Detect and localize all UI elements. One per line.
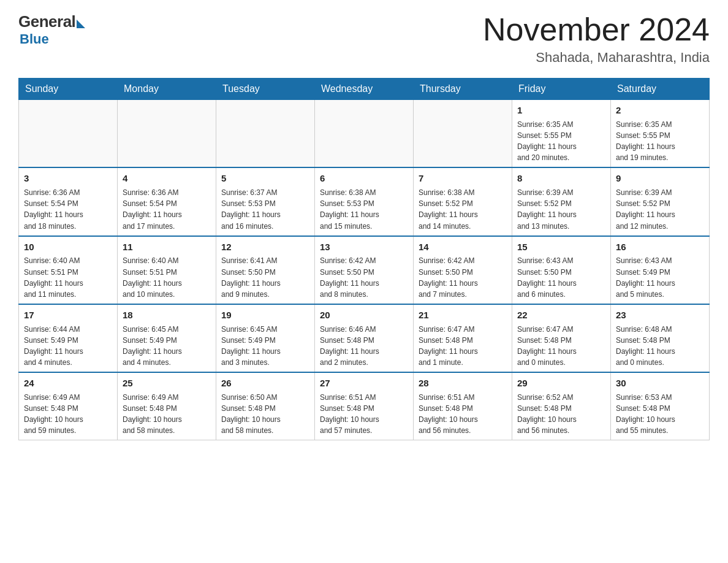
- day-number: 15: [517, 240, 605, 254]
- calendar-cell: 14Sunrise: 6:42 AMSunset: 5:50 PMDayligh…: [414, 236, 512, 304]
- calendar-cell: 10Sunrise: 6:40 AMSunset: 5:51 PMDayligh…: [19, 236, 118, 304]
- day-info: Sunrise: 6:52 AMSunset: 5:48 PMDaylight:…: [517, 393, 577, 435]
- day-number: 27: [320, 377, 408, 390]
- calendar-cell: 11Sunrise: 6:40 AMSunset: 5:51 PMDayligh…: [118, 236, 216, 304]
- day-number: 11: [123, 240, 211, 254]
- location-subtitle: Shahada, Maharashtra, India: [483, 50, 710, 66]
- day-number: 7: [419, 172, 507, 185]
- calendar-table: SundayMondayTuesdayWednesdayThursdayFrid…: [18, 78, 710, 440]
- day-info: Sunrise: 6:36 AMSunset: 5:54 PMDaylight:…: [123, 188, 182, 230]
- day-info: Sunrise: 6:42 AMSunset: 5:50 PMDaylight:…: [320, 256, 379, 298]
- calendar-cell: [19, 100, 118, 168]
- logo-arrow-icon: [77, 20, 85, 28]
- calendar-cell: [216, 100, 315, 168]
- calendar-header-wednesday: Wednesday: [315, 79, 414, 100]
- day-info: Sunrise: 6:38 AMSunset: 5:53 PMDaylight:…: [320, 188, 379, 230]
- calendar-cell: 28Sunrise: 6:51 AMSunset: 5:48 PMDayligh…: [414, 372, 512, 440]
- calendar-cell: 22Sunrise: 6:47 AMSunset: 5:48 PMDayligh…: [512, 304, 611, 372]
- calendar-cell: 3Sunrise: 6:36 AMSunset: 5:54 PMDaylight…: [19, 167, 118, 236]
- day-number: 16: [616, 240, 704, 254]
- day-number: 28: [419, 377, 507, 390]
- day-number: 8: [517, 172, 605, 185]
- calendar-cell: [414, 100, 512, 168]
- day-number: 18: [123, 308, 211, 322]
- calendar-cell: 9Sunrise: 6:39 AMSunset: 5:52 PMDaylight…: [611, 167, 710, 236]
- calendar-cell: 8Sunrise: 6:39 AMSunset: 5:52 PMDaylight…: [512, 167, 611, 236]
- day-number: 26: [221, 377, 309, 390]
- day-number: 17: [24, 308, 112, 322]
- calendar-cell: 23Sunrise: 6:48 AMSunset: 5:48 PMDayligh…: [611, 304, 710, 372]
- day-number: 2: [616, 104, 704, 117]
- day-info: Sunrise: 6:42 AMSunset: 5:50 PMDaylight:…: [419, 256, 478, 298]
- calendar-cell: 21Sunrise: 6:47 AMSunset: 5:48 PMDayligh…: [414, 304, 512, 372]
- day-number: 23: [616, 308, 704, 322]
- day-info: Sunrise: 6:40 AMSunset: 5:51 PMDaylight:…: [24, 256, 83, 298]
- calendar-cell: 24Sunrise: 6:49 AMSunset: 5:48 PMDayligh…: [19, 372, 118, 440]
- calendar-cell: 20Sunrise: 6:46 AMSunset: 5:48 PMDayligh…: [315, 304, 414, 372]
- calendar-cell: 16Sunrise: 6:43 AMSunset: 5:49 PMDayligh…: [611, 236, 710, 304]
- day-info: Sunrise: 6:38 AMSunset: 5:52 PMDaylight:…: [419, 188, 478, 230]
- calendar-header-friday: Friday: [512, 79, 611, 100]
- day-number: 9: [616, 172, 704, 185]
- day-info: Sunrise: 6:43 AMSunset: 5:49 PMDaylight:…: [616, 256, 675, 298]
- day-number: 22: [517, 308, 605, 322]
- page-header: General Blue November 2024 Shahada, Maha…: [18, 12, 710, 66]
- day-info: Sunrise: 6:51 AMSunset: 5:48 PMDaylight:…: [419, 393, 478, 435]
- calendar-cell: 25Sunrise: 6:49 AMSunset: 5:48 PMDayligh…: [118, 372, 216, 440]
- calendar-cell: 30Sunrise: 6:53 AMSunset: 5:48 PMDayligh…: [611, 372, 710, 440]
- calendar-cell: 1Sunrise: 6:35 AMSunset: 5:55 PMDaylight…: [512, 100, 611, 168]
- calendar-cell: 26Sunrise: 6:50 AMSunset: 5:48 PMDayligh…: [216, 372, 315, 440]
- day-info: Sunrise: 6:49 AMSunset: 5:48 PMDaylight:…: [24, 393, 83, 435]
- day-info: Sunrise: 6:44 AMSunset: 5:49 PMDaylight:…: [24, 325, 83, 367]
- day-info: Sunrise: 6:47 AMSunset: 5:48 PMDaylight:…: [517, 325, 577, 367]
- logo: General Blue: [18, 12, 85, 47]
- day-info: Sunrise: 6:49 AMSunset: 5:48 PMDaylight:…: [123, 393, 182, 435]
- day-info: Sunrise: 6:35 AMSunset: 5:55 PMDaylight:…: [517, 120, 577, 162]
- day-info: Sunrise: 6:47 AMSunset: 5:48 PMDaylight:…: [419, 325, 478, 367]
- calendar-cell: 19Sunrise: 6:45 AMSunset: 5:49 PMDayligh…: [216, 304, 315, 372]
- day-number: 1: [517, 104, 605, 117]
- calendar-cell: 13Sunrise: 6:42 AMSunset: 5:50 PMDayligh…: [315, 236, 414, 304]
- day-info: Sunrise: 6:40 AMSunset: 5:51 PMDaylight:…: [123, 256, 182, 298]
- calendar-cell: 4Sunrise: 6:36 AMSunset: 5:54 PMDaylight…: [118, 167, 216, 236]
- logo-general-text: General: [18, 12, 75, 31]
- calendar-week-2: 3Sunrise: 6:36 AMSunset: 5:54 PMDaylight…: [19, 167, 710, 236]
- calendar-header-monday: Monday: [118, 79, 216, 100]
- calendar-title: November 2024: [483, 12, 710, 47]
- calendar-week-5: 24Sunrise: 6:49 AMSunset: 5:48 PMDayligh…: [19, 372, 710, 440]
- calendar-cell: 7Sunrise: 6:38 AMSunset: 5:52 PMDaylight…: [414, 167, 512, 236]
- day-info: Sunrise: 6:45 AMSunset: 5:49 PMDaylight:…: [123, 325, 182, 367]
- day-number: 30: [616, 377, 704, 390]
- day-info: Sunrise: 6:39 AMSunset: 5:52 PMDaylight:…: [616, 188, 675, 230]
- day-number: 21: [419, 308, 507, 322]
- day-number: 13: [320, 240, 408, 254]
- calendar-cell: 2Sunrise: 6:35 AMSunset: 5:55 PMDaylight…: [611, 100, 710, 168]
- calendar-header-tuesday: Tuesday: [216, 79, 315, 100]
- day-info: Sunrise: 6:35 AMSunset: 5:55 PMDaylight:…: [616, 120, 675, 162]
- calendar-cell: [118, 100, 216, 168]
- day-info: Sunrise: 6:39 AMSunset: 5:52 PMDaylight:…: [517, 188, 577, 230]
- day-number: 12: [221, 240, 309, 254]
- calendar-week-3: 10Sunrise: 6:40 AMSunset: 5:51 PMDayligh…: [19, 236, 710, 304]
- calendar-header-sunday: Sunday: [19, 79, 118, 100]
- calendar-cell: 6Sunrise: 6:38 AMSunset: 5:53 PMDaylight…: [315, 167, 414, 236]
- day-number: 6: [320, 172, 408, 185]
- day-number: 4: [123, 172, 211, 185]
- calendar-cell: 29Sunrise: 6:52 AMSunset: 5:48 PMDayligh…: [512, 372, 611, 440]
- day-info: Sunrise: 6:45 AMSunset: 5:49 PMDaylight:…: [221, 325, 281, 367]
- day-number: 10: [24, 240, 112, 254]
- day-number: 29: [517, 377, 605, 390]
- day-number: 5: [221, 172, 309, 185]
- day-info: Sunrise: 6:37 AMSunset: 5:53 PMDaylight:…: [221, 188, 281, 230]
- day-number: 14: [419, 240, 507, 254]
- day-number: 25: [123, 377, 211, 390]
- day-info: Sunrise: 6:48 AMSunset: 5:48 PMDaylight:…: [616, 325, 675, 367]
- calendar-header-thursday: Thursday: [414, 79, 512, 100]
- calendar-cell: 17Sunrise: 6:44 AMSunset: 5:49 PMDayligh…: [19, 304, 118, 372]
- calendar-cell: 12Sunrise: 6:41 AMSunset: 5:50 PMDayligh…: [216, 236, 315, 304]
- day-info: Sunrise: 6:51 AMSunset: 5:48 PMDaylight:…: [320, 393, 379, 435]
- logo-blue-text: Blue: [20, 31, 49, 47]
- calendar-cell: 5Sunrise: 6:37 AMSunset: 5:53 PMDaylight…: [216, 167, 315, 236]
- calendar-header-row: SundayMondayTuesdayWednesdayThursdayFrid…: [19, 79, 710, 100]
- calendar-week-4: 17Sunrise: 6:44 AMSunset: 5:49 PMDayligh…: [19, 304, 710, 372]
